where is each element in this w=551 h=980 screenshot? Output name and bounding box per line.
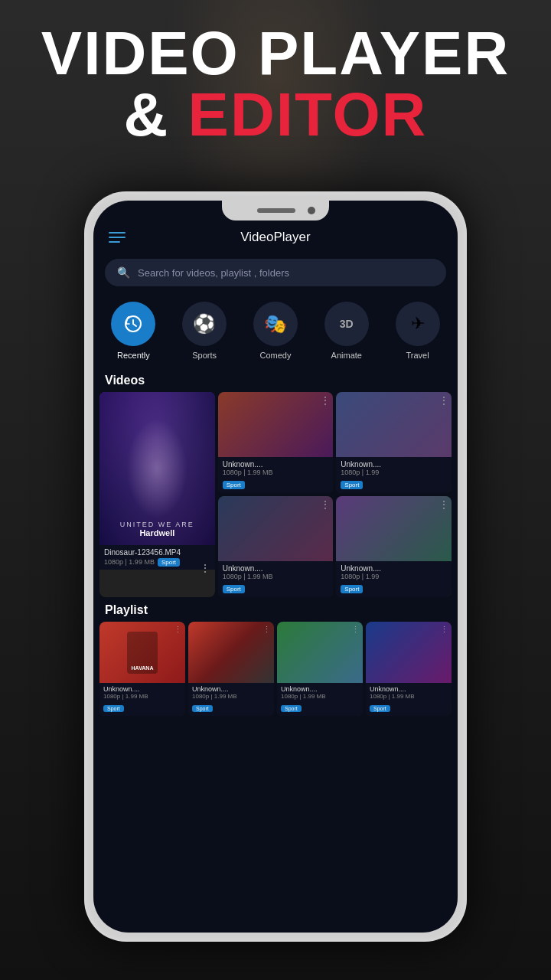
video-4-badge: Sport [341,585,363,593]
playlist-1-thumbnail: HAVANA [99,622,185,683]
video-4-meta: 1080p | 1.99 [341,573,447,580]
playlist-3-name: Unknown.... [281,685,359,693]
playlist-item-4[interactable]: Unknown.... 1080p | 1.99 MB Sport ⋮ [366,622,452,716]
menu-button[interactable] [109,232,126,243]
search-placeholder: Search for videos, playlist , folders [138,267,289,279]
travel-icon-circle: ✈ [396,302,440,346]
playlist-section-title: Playlist [93,597,458,622]
video-item-2[interactable]: Unknown.... 1080p | 1.99 Sport ⋮ [336,392,452,493]
video-large-info: Dinosaur-123456.MP4 1080p | 1.99 MB Spor… [99,545,215,570]
video-item-3[interactable]: Unknown.... 1080p | 1.99 MB Sport ⋮ [218,496,334,597]
category-travel[interactable]: ✈ Travel [396,302,440,360]
category-animate[interactable]: 3D Animate [324,302,369,360]
playlist-2-name: Unknown.... [192,685,270,693]
playlist-grid: HAVANA Unknown.... 1080p | 1.99 MB Sport… [93,622,458,724]
hero-line1: VIDEO PLAYER [23,23,528,84]
hero-section: VIDEO PLAYER & EDITOR [0,23,551,145]
travel-icon: ✈ [411,314,425,334]
recently-label: Recently [117,351,150,360]
video-4-thumbnail [336,496,452,561]
overlay-line1: UNITED WE ARE [99,521,215,528]
overlay-line2: Hardwell [99,528,215,537]
notch-speaker [257,208,295,213]
playlist-4-more[interactable]: ⋮ [440,625,448,635]
phone-frame: VideoPlayer 🔍 Search for videos, playlis… [84,191,467,942]
video-3-badge: Sport [223,585,245,593]
playlist-3-info: Unknown.... 1080p | 1.99 MB Sport [277,683,363,716]
video-2-badge: Sport [341,481,363,489]
recently-icon [123,314,143,334]
playlist-4-thumbnail [366,622,452,683]
video-item-large[interactable]: UNITED WE ARE Hardwell Dinosaur-123456.M… [99,392,215,597]
video-1-name: Unknown.... [223,460,329,469]
recently-icon-circle [111,302,155,346]
playlist-1-badge: Sport [103,705,124,712]
videos-section-title: Videos [93,368,458,392]
havana-cover: HAVANA [127,632,158,674]
video-3-name: Unknown.... [223,564,329,573]
video-1-info: Unknown.... 1080p | 1.99 MB Sport [218,457,334,493]
video-2-info: Unknown.... 1080p | 1.99 Sport [336,457,452,493]
playlist-item-1[interactable]: HAVANA Unknown.... 1080p | 1.99 MB Sport… [99,622,185,716]
playlist-2-meta: 1080p | 1.99 MB [192,693,270,700]
video-3-more[interactable]: ⋮ [321,499,330,510]
animate-icon: 3D [340,318,354,330]
video-1-more[interactable]: ⋮ [321,395,330,406]
playlist-2-more[interactable]: ⋮ [262,625,271,635]
video-large-badge: Sport [158,558,180,567]
video-overlay-text: UNITED WE ARE Hardwell [99,521,215,537]
category-comedy[interactable]: 🎭 Comedy [253,302,298,360]
video-large-thumbnail: UNITED WE ARE Hardwell [99,392,215,545]
playlist-3-badge: Sport [281,705,302,712]
playlist-1-more[interactable]: ⋮ [174,625,182,635]
travel-label: Travel [406,351,429,360]
menu-line-1 [109,232,126,234]
video-3-info: Unknown.... 1080p | 1.99 MB Sport [218,561,334,597]
notch-camera [308,207,315,214]
app-title: VideoPlayer [240,230,310,245]
hero-editor: EDITOR [188,80,428,149]
video-large-more[interactable]: ⋮ [200,562,210,574]
categories-row: Recently ⚽ Sports 🎭 Comedy [93,294,458,368]
video-4-more[interactable]: ⋮ [439,499,448,510]
video-large-meta: 1080p | 1.99 MB [104,558,155,566]
video-1-badge: Sport [223,481,245,489]
playlist-item-2[interactable]: Unknown.... 1080p | 1.99 MB Sport ⋮ [188,622,274,716]
menu-line-2 [109,237,126,238]
animate-label: Animate [331,351,362,360]
playlist-2-info: Unknown.... 1080p | 1.99 MB Sport [188,683,274,716]
video-item-4[interactable]: Unknown.... 1080p | 1.99 Sport ⋮ [336,496,452,597]
video-1-meta: 1080p | 1.99 MB [223,469,329,476]
sports-label: Sports [192,351,217,360]
video-item-1[interactable]: Unknown.... 1080p | 1.99 MB Sport ⋮ [218,392,334,493]
havana-text: HAVANA [132,665,154,671]
hero-amp: & [124,80,170,149]
comedy-label: Comedy [260,351,292,360]
video-1-thumbnail [218,392,334,457]
video-2-more[interactable]: ⋮ [439,395,448,406]
video-3-meta: 1080p | 1.99 MB [223,573,329,580]
playlist-3-meta: 1080p | 1.99 MB [281,693,359,700]
playlist-3-more[interactable]: ⋮ [351,625,360,635]
category-sports[interactable]: ⚽ Sports [182,302,227,360]
playlist-4-meta: 1080p | 1.99 MB [370,693,448,700]
phone-notch [222,201,329,220]
playlist-item-3[interactable]: Unknown.... 1080p | 1.99 MB Sport ⋮ [277,622,363,716]
phone-screen: VideoPlayer 🔍 Search for videos, playlis… [93,201,458,933]
video-4-info: Unknown.... 1080p | 1.99 Sport [336,561,452,597]
playlist-4-badge: Sport [370,705,390,712]
video-large-name: Dinosaur-123456.MP4 [104,548,210,557]
category-recently[interactable]: Recently [111,302,155,360]
comedy-icon: 🎭 [264,313,287,335]
playlist-1-meta: 1080p | 1.99 MB [103,693,181,700]
video-2-meta: 1080p | 1.99 [341,469,447,476]
playlist-4-name: Unknown.... [370,685,448,693]
video-3-thumbnail [218,496,334,561]
video-2-name: Unknown.... [341,460,447,469]
video-2-thumbnail [336,392,452,457]
search-bar[interactable]: 🔍 Search for videos, playlist , folders [105,259,446,286]
app-content: VideoPlayer 🔍 Search for videos, playlis… [93,201,458,933]
person-figure [126,419,187,518]
menu-line-3 [109,241,120,243]
phone-outer-frame: VideoPlayer 🔍 Search for videos, playlis… [84,191,467,942]
